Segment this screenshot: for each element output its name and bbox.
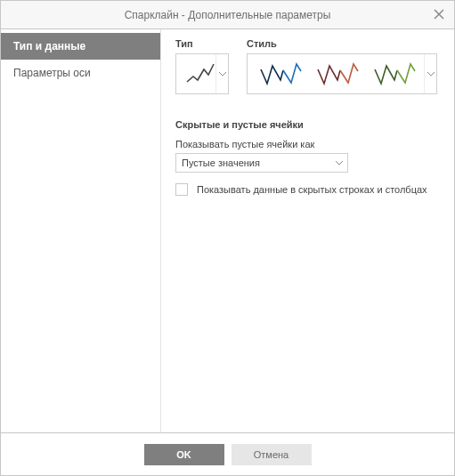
empty-cells-select[interactable]: Пустые значения <box>175 153 348 173</box>
titlebar: Спарклайн - Дополнительные параметры <box>1 1 454 29</box>
show-hidden-label: Показывать данные в скрытых строках и ст… <box>197 184 427 195</box>
show-hidden-row: Показывать данные в скрытых строках и ст… <box>175 183 438 196</box>
sidebar-item-label: Тип и данные <box>13 40 85 52</box>
style-swatch-1 <box>255 59 306 89</box>
style-label: Стиль <box>247 38 437 49</box>
style-swatches <box>248 59 436 89</box>
sidebar: Тип и данные Параметры оси <box>1 29 161 432</box>
sidebar-item-type-and-data[interactable]: Тип и данные <box>1 33 160 60</box>
type-dropdown[interactable] <box>175 53 229 94</box>
type-field: Тип <box>175 38 229 94</box>
chevron-down-icon <box>336 154 343 172</box>
style-dropdown[interactable] <box>247 53 437 94</box>
close-icon <box>434 9 444 20</box>
type-label: Тип <box>175 38 229 49</box>
sidebar-item-axis-params[interactable]: Параметры оси <box>1 60 160 86</box>
dialog-title: Спарклайн - Дополнительные параметры <box>125 9 331 21</box>
footer: OK Отмена <box>1 432 454 475</box>
content-pane: Тип Стиль <box>161 29 454 432</box>
hidden-empty-section-header: Скрытые и пустые ячейки <box>175 119 438 130</box>
style-swatch-3 <box>369 59 420 89</box>
type-style-row: Тип Стиль <box>175 38 438 94</box>
show-hidden-checkbox[interactable] <box>175 183 188 196</box>
chevron-down-icon <box>215 54 228 93</box>
empty-cells-label: Показывать пустые ячейки как <box>175 139 438 149</box>
cancel-button-label: Отмена <box>254 449 288 460</box>
chevron-down-icon <box>424 54 436 93</box>
dialog-body: Тип и данные Параметры оси Тип <box>1 29 454 432</box>
close-button[interactable] <box>431 6 447 22</box>
style-field: Стиль <box>247 38 437 94</box>
cancel-button[interactable]: Отмена <box>232 444 312 465</box>
style-swatch-2 <box>312 59 363 89</box>
ok-button[interactable]: OK <box>144 444 224 465</box>
sidebar-item-label: Параметры оси <box>13 67 91 79</box>
empty-cells-value: Пустые значения <box>182 157 260 168</box>
sparkline-advanced-dialog: Спарклайн - Дополнительные параметры Тип… <box>0 0 455 476</box>
ok-button-label: OK <box>176 449 191 460</box>
